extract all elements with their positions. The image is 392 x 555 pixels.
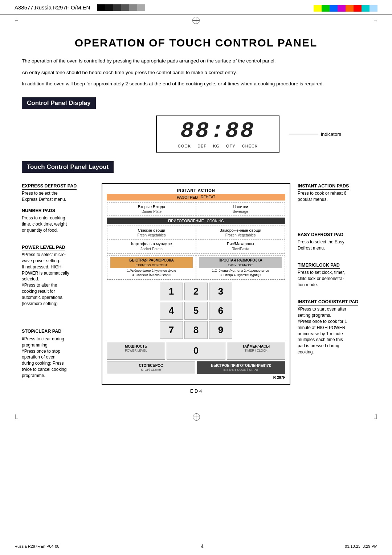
num-btn-0[interactable]: 0 [167,342,225,360]
touch-panel-layout-section: Touch Control Panel Layout EXPRESS DEFRO… [22,155,370,385]
corner-mark-left: ⌐ [15,17,19,24]
touch-panel-section-heading: Touch Control Panel Layout [22,161,114,173]
number-pads-text: Press to enter cookingtime, clock time, … [22,215,94,233]
menu-item-1: Вторые Блюда Dinner Plate [107,202,196,216]
menu-item-4: Замороженные овощи Frozen Vegetables [196,226,285,239]
color-swatch-blue [330,5,338,12]
black-color-blocks [97,4,145,11]
instant-cook-right-text: ¥Press to start oven aftersetting progra… [298,306,370,355]
display-area: 88:88 COOK DEF KG QTY CHECK Indicators [22,116,370,153]
num-btn-3[interactable]: 3 [209,283,232,300]
menu-cyrillic-4: Замороженные овощи [199,228,282,233]
menu-cyrillic-3: Свежие овощи [110,228,193,233]
num-btn-2[interactable]: 2 [184,283,208,300]
timer-clock-btn-cyrillic: ТАЙМЕР/ЧАСЫ [229,344,283,349]
menu-cyrillic-1: Вторые Блюда [110,204,193,209]
indicator-cook: COOK [178,144,191,148]
timer-clock-right-text: Press to set clock, timer,child lock or … [298,270,370,288]
color-swatch-black1 [97,4,105,11]
power-level-btn-cyrillic: МОЩНОСТЬ [109,344,163,349]
color-swatch-green [322,5,330,12]
numpad[interactable]: 1 2 3 4 5 6 7 8 9 [160,283,232,339]
cooking-latin-text: COOKING [207,219,224,223]
number-pads-label: NUMBER PADS Press to enter cookingtime, … [22,208,94,234]
instant-action-right-text: Press to cook or reheat 6popular menus. [298,190,370,203]
defrost-row: БЫСТРАЯ РАЗМОРОЗКА EXPRESS DEFROST 1.Рыб… [107,255,285,280]
num-btn-8[interactable]: 8 [184,321,208,339]
center-crosshair-top [192,17,200,24]
easy-defrost-cyrillic: ПРОСТАЯ РАЗМОРОЗКА [219,258,262,262]
indicators-label-area: Indicators [289,131,341,137]
page-footer: Russia R297F,En,P04-08 4 03.10.23, 3:29 … [0,541,392,549]
easy-defrost-right-label: EASY DEFROST PAD Press to select the Eas… [298,232,370,251]
indicator-check: CHECK [242,144,258,148]
stop-instant-row: СТОП/СБРОС STOP/ CLEAR БЫСТРОЕ ПРИГОТОВЛ… [107,361,285,374]
footer-right: 03.10.23, 3:29 PM [345,544,377,548]
main-content: OPERATION OF TOUCH CONTROL PANEL The ope… [0,26,392,412]
menu-latin-2: Beverage [199,209,282,214]
num-btn-9[interactable]: 9 [209,321,232,339]
power-level-label: POWER LEVEL PAD ¥Press to select micro-w… [22,244,94,307]
stop-clear-title: STOP/CLEAR PAD [22,328,61,335]
instant-cook-right-title: INSTANT COOK/START PAD [298,299,358,306]
reheat-bar: РАЗОГРЕВ REHEAT [107,194,285,200]
menu-cyrillic-2: Напитки [199,204,282,209]
menu-latin-4: Frozen Vegetables [199,233,282,238]
indicator-line [289,134,318,134]
num-btn-5[interactable]: 5 [184,302,208,320]
top-border-marks: ⌐ ¬ [0,15,392,26]
layout-section: EXPRESS DEFROST PAD Press to select theE… [22,183,370,385]
power-level-btn-latin: POWER LEVEL [109,349,163,353]
easy-defrost-right-title: EASY DEFROST PAD [298,232,343,239]
express-defrost-latin: EXPRESS DEFROST [135,263,167,267]
display-box: 88:88 COOK DEF KG QTY CHECK [156,116,279,153]
easy-defrost-bar: ПРОСТАЯ РАЗМОРОЗКА EASY DEFROST [199,257,282,268]
instant-cook-right-label: INSTANT COOK/START PAD ¥Press to start o… [298,299,370,355]
control-panel-display-section: Control Panel Display 88:88 COOK DEF KG … [22,92,370,153]
bottom-row: МОЩНОСТЬ POWER LEVEL 0 ТАЙМЕР/ЧАСЫ TIMER… [107,342,285,360]
menu-cyrillic-5: Картофель в мундире [110,241,193,246]
color-swatch-black3 [113,4,121,11]
timer-clock-btn-latin: TIMER / CLOCK [229,349,283,353]
color-swatch-gray1 [129,4,137,11]
stop-clear-btn[interactable]: СТОП/СБРОС STOP/ CLEAR [107,361,195,374]
instant-cook-btn[interactable]: БЫСТРОЕ ПРИГОТОВЛЕНИЕ/ПУК INSTANT COOK /… [197,361,285,374]
display-indicators-row: COOK DEF KG QTY CHECK [178,144,258,148]
express-defrost-text: Press to select theExpress Defrost menu. [22,190,94,203]
num-btn-6[interactable]: 6 [209,302,232,320]
express-defrost-items: 1.Рыбное филе 2.Куриное филе3. Сосиски /… [110,269,193,277]
num-btn-1[interactable]: 1 [160,283,183,300]
color-swatches [314,5,377,12]
num-btn-7[interactable]: 7 [160,321,183,339]
power-level-title: POWER LEVEL PAD [22,244,65,251]
express-defrost-cyrillic: БЫСТРАЯ РАЗМОРОЗКА [129,258,173,262]
menu-latin-5: Jacket Potato [110,247,193,251]
instant-action-right-title: INSTANT ACTION PADS [298,183,349,190]
ed-label: E Ð 4 [22,388,370,394]
menu-item-2: Напитки Beverage [196,202,285,216]
color-swatch-cyan [362,5,369,12]
power-level-btn[interactable]: МОЩНОСТЬ POWER LEVEL [107,342,165,360]
color-swatch-red [354,5,362,12]
timer-clock-btn[interactable]: ТАЙМЕР/ЧАСЫ TIMER / CLOCK [227,342,285,360]
easy-defrost-items: 1.Отбивная/Котлеты 2.Жареное мясо3. Птиц… [199,269,282,277]
intro-paragraph-2: An entry signal tone should be heard eac… [22,69,370,77]
corner-mark-bottom-right: J [374,413,377,421]
menu-item-3: Свежие овощи Fresh Vegetables [107,226,196,239]
instant-action-label: INSTANT ACTION [107,188,285,193]
panel-model-label: R-297F [107,376,285,380]
footer-page-number: 4 [201,543,204,549]
color-swatch-gray2 [137,4,145,11]
express-defrost-bar: БЫСТРАЯ РАЗМОРОЗКА EXPRESS DEFROST [110,257,193,268]
express-defrost-cell: БЫСТРАЯ РАЗМОРОЗКА EXPRESS DEFROST 1.Рыб… [107,255,196,279]
footer-left: Russia R297F,En,P04-08 [15,544,60,548]
num-btn-4[interactable]: 4 [160,302,183,320]
color-swatch-black2 [105,4,113,11]
menu-latin-6: Rice/Pasta [199,247,282,251]
menu-item-6: Рис/Макароны Rice/Pasta [196,239,285,253]
seven-segment-display: 88:88 [180,120,255,142]
easy-defrost-cell: ПРОСТАЯ РАЗМОРОЗКА EASY DEFROST 1.Отбивн… [196,255,285,279]
document-title: A38577,Russia R297F O/M,EN [15,4,90,11]
stop-clear-btn-cyrillic: СТОП/СБРОС [109,363,193,368]
color-swatch-black4 [121,4,129,11]
